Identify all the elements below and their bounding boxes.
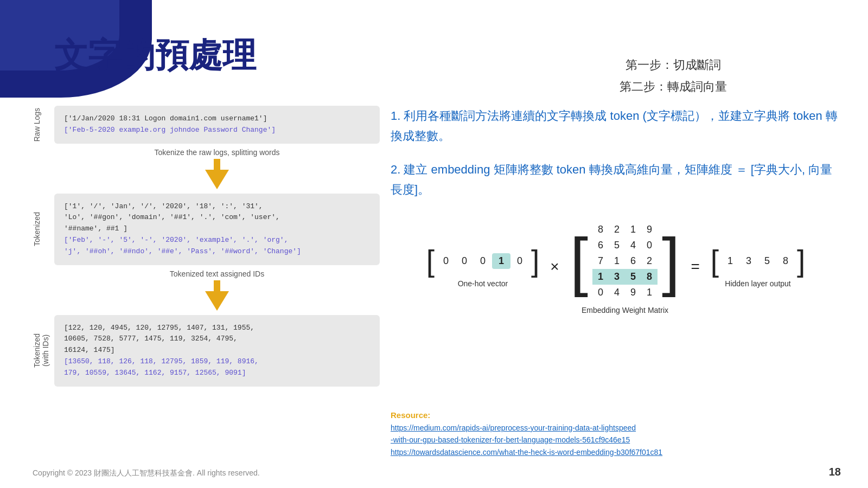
- ids-line4: [13650, 118, 126, 118, 12795, 1859, 119,…: [64, 356, 370, 368]
- arrow2-head: [205, 291, 229, 311]
- page-number: 18: [829, 466, 841, 478]
- one-hot-cell-1: 0: [455, 253, 474, 269]
- ids-line3: 16124, 1475]: [64, 345, 370, 356]
- one-hot-bracket-left: [: [426, 246, 435, 276]
- embed-bracket-left: [: [570, 220, 588, 303]
- embed-cell-0-3: 9: [641, 222, 658, 237]
- embed-cell-4-3: 1: [641, 285, 658, 300]
- arrow1-head: [205, 170, 229, 189]
- raw-logs-line1: ['1/Jan/2020 18:31 Logon domain1.com use…: [64, 113, 370, 125]
- page-title: 文字的預處理: [54, 33, 256, 78]
- embed-bracket-right: ]: [662, 220, 680, 303]
- embed-cell-3-3: 8: [641, 269, 658, 285]
- result-bracket-right: ]: [797, 246, 805, 276]
- ids-line1: [122, 120, 4945, 120, 12795, 1407, 131, …: [64, 323, 370, 334]
- embed-cell-4-0: 0: [592, 285, 609, 300]
- raw-logs-row: Raw Logs ['1/Jan/2020 18:31 Logon domain…: [33, 106, 380, 144]
- result-wrap: [ 1358 ] Hidden layer output: [711, 246, 806, 288]
- footer-text: Copyright © 2023 財團法人人工智慧科技基金會. All righ…: [33, 468, 260, 478]
- embed-cell-0-0: 8: [592, 222, 609, 237]
- embed-cell-2-1: 1: [609, 253, 625, 269]
- arrow2-shaft: [214, 280, 220, 291]
- embed-grid: 82196540716213580491: [588, 220, 662, 303]
- resource-label: Resource:: [391, 410, 841, 420]
- multiply-operator: ×: [550, 258, 559, 275]
- one-hot-cell-0: 0: [437, 253, 455, 269]
- embed-cell-2-3: 2: [641, 253, 658, 269]
- one-hot-bracket-right: ]: [531, 246, 539, 276]
- diagram-area: Raw Logs ['1/Jan/2020 18:31 Logon domain…: [33, 106, 380, 387]
- equals-operator: =: [691, 258, 699, 275]
- embed-cell-2-0: 7: [592, 253, 609, 269]
- embed-cell-3-2: 5: [625, 269, 641, 285]
- point2-text: 2. 建立 embedding 矩陣將整數 token 轉換成高維向量，矩陣維度…: [391, 159, 841, 200]
- embed-cell-1-0: 6: [592, 237, 609, 253]
- steps-block: 第一步：切成斷詞 第二步：轉成詞向量: [620, 54, 727, 97]
- embed-cell-1-1: 5: [609, 237, 625, 253]
- arrow2-row: Tokenized text assigned IDs: [33, 269, 380, 311]
- step1-label: 第一步：切成斷詞: [620, 54, 727, 76]
- embed-cell-0-1: 2: [609, 222, 625, 237]
- ids-line5: 179, 10559, 13645, 1162, 9157, 12565, 90…: [64, 368, 370, 379]
- ids-line2: 10605, 7528, 5777, 1475, 119, 3254, 4795…: [64, 333, 370, 345]
- point1-text: 1. 利用各種斷詞方法將連續的文字轉換成 token (文字標記），並建立字典將…: [391, 106, 841, 146]
- one-hot-grid: 00010: [435, 252, 531, 270]
- tokenized-ids-row: Tokenized (with IDs) [122, 120, 4945, 12…: [33, 315, 380, 387]
- arrow1-container: Tokenize the raw logs, splitting words: [54, 148, 380, 189]
- hidden-label: Hidden layer output: [725, 279, 790, 288]
- embed-cell-1-2: 4: [625, 237, 641, 253]
- tokenized-ids-box: [122, 120, 4945, 120, 12795, 1407, 131, …: [54, 315, 380, 387]
- tokenized-ids-label: Tokenized (with IDs): [33, 333, 54, 368]
- arrow1-label: Tokenize the raw logs, splitting words: [154, 148, 279, 157]
- resource-section: Resource: https://medium.com/rapids-ai/p…: [391, 410, 841, 458]
- one-hot-cell-2: 0: [474, 253, 492, 269]
- result-cell-3: 8: [776, 253, 795, 269]
- embed-cell-2-2: 6: [625, 253, 641, 269]
- tok-line3: '##name', ##1 ]: [64, 223, 370, 235]
- tok-line2: 'Lo', '##gon', 'domain', '##1', '.', 'co…: [64, 212, 370, 223]
- embed-matrix: [ 82196540716213580491 ]: [570, 220, 680, 303]
- raw-logs-line2: ['Feb-5-2020 example.org johndoe Passwor…: [64, 125, 370, 136]
- one-hot-cell-4: 0: [510, 253, 529, 269]
- arrow1-shaft: [214, 159, 220, 170]
- embed-matrix-label: Embedding Weight Matrix: [582, 306, 668, 314]
- embed-cell-1-3: 0: [641, 237, 658, 253]
- one-hot-vec: [ 00010 ]: [426, 246, 540, 276]
- arrow2-label: Tokenized text assigned IDs: [170, 269, 264, 278]
- tokenized-box: ['1', '/', 'Jan', '/', '2020', '18', ':'…: [54, 194, 380, 265]
- one-hot-label: One-hot vector: [458, 279, 508, 288]
- result-vec: [ 1358 ]: [711, 246, 806, 276]
- tokenized-label: Tokenized: [33, 212, 54, 246]
- embed-cell-4-1: 4: [609, 285, 625, 300]
- embed-matrix-wrap: [ 82196540716213580491 ] Embedding Weigh…: [570, 220, 680, 314]
- tok-line4: ['Feb', '-', '5', '-', '2020', 'example'…: [64, 235, 370, 246]
- one-hot-cell-3: 1: [492, 253, 510, 269]
- one-hot-wrap: [ 00010 ] One-hot vector: [426, 246, 540, 288]
- matrix-equation: [ 00010 ] One-hot vector × [ 82196540716…: [391, 220, 841, 314]
- tok-line1: ['1', '/', 'Jan', '/', '2020', '18', ':'…: [64, 201, 370, 213]
- embed-cell-0-2: 1: [625, 222, 641, 237]
- arrow1-row: Tokenize the raw logs, splitting words: [33, 148, 380, 189]
- resource-link1[interactable]: https://medium.com/rapids-ai/preprocess-…: [391, 422, 841, 458]
- embed-cell-3-0: 1: [592, 269, 609, 285]
- raw-logs-label: Raw Logs: [33, 108, 54, 142]
- tokenized-row: Tokenized ['1', '/', 'Jan', '/', '2020',…: [33, 194, 380, 265]
- result-grid: 1358: [719, 252, 797, 270]
- embed-cell-4-2: 9: [625, 285, 641, 300]
- tok-line5: 'j', '##oh', '##ndo', '##e', 'Pass', '##…: [64, 246, 370, 258]
- embed-cell-3-1: 3: [609, 269, 625, 285]
- right-content: 1. 利用各種斷詞方法將連續的文字轉換成 token (文字標記），並建立字典將…: [391, 106, 841, 320]
- result-bracket-left: [: [711, 246, 719, 276]
- result-cell-2: 5: [758, 253, 776, 269]
- step2-label: 第二步：轉成詞向量: [620, 76, 727, 98]
- arrow2-container: Tokenized text assigned IDs: [54, 269, 380, 311]
- raw-logs-box: ['1/Jan/2020 18:31 Logon domain1.com use…: [54, 106, 380, 144]
- result-cell-0: 1: [721, 253, 739, 269]
- result-cell-1: 3: [739, 253, 758, 269]
